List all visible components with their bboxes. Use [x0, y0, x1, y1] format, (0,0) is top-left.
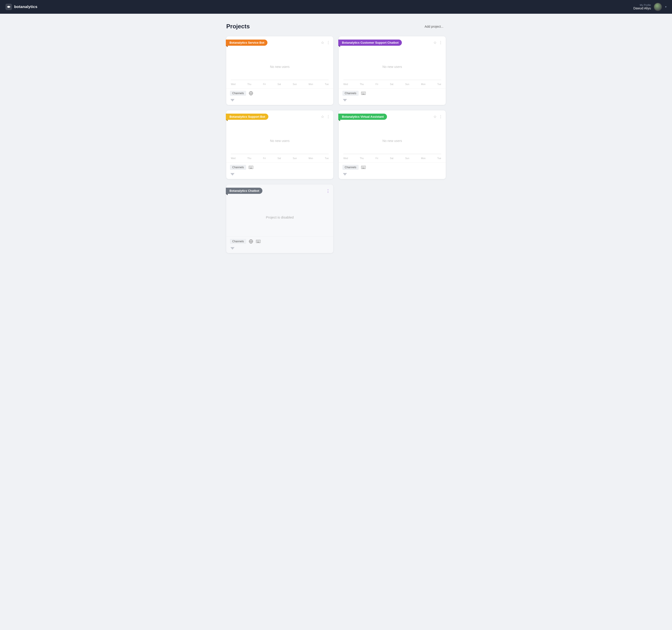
card-chart: No new users Wed Thu Fri Sat Sun Mon Tue: [339, 123, 446, 160]
chart-labels: Wed Thu Fri Sat Sun Mon Tue: [231, 157, 329, 160]
svg-rect-43: [257, 241, 257, 242]
project-tag: Botanalytics Support Bot: [226, 114, 268, 120]
svg-rect-27: [362, 166, 363, 167]
card-actions: ☆ ⋮: [321, 41, 330, 45]
svg-rect-10: [362, 93, 362, 94]
footer-arrow: [231, 173, 235, 175]
svg-point-1: [8, 6, 9, 8]
star-icon[interactable]: ☆: [433, 41, 437, 45]
card-footer: Channels: [339, 88, 446, 99]
project-tag: Botanalytics Virtual Assistant: [338, 114, 387, 120]
keyboard-icon[interactable]: [361, 165, 366, 170]
menu-icon[interactable]: ⋮: [439, 41, 442, 45]
card-header: Botanalytics Virtual Assistant ☆ ⋮: [339, 111, 446, 123]
chart-line: [231, 80, 329, 80]
svg-rect-6: [362, 92, 362, 93]
menu-icon[interactable]: ⋮: [327, 115, 330, 119]
channels-button[interactable]: Channels: [230, 239, 246, 244]
svg-rect-17: [250, 166, 250, 167]
globe-icon[interactable]: [248, 91, 254, 96]
svg-rect-29: [364, 166, 365, 167]
card-footer: Channels: [226, 236, 333, 247]
avatar-image: [654, 3, 662, 10]
page-header: Projects Add project...: [226, 23, 446, 30]
main-content: Projects Add project... Botanalytics Ser…: [199, 14, 473, 262]
profile-menu[interactable]: My Profile Dawud Aliyu ▾: [633, 3, 667, 11]
channels-button[interactable]: Channels: [342, 165, 359, 170]
chart-label-fri: Fri: [263, 83, 266, 86]
project-card-service-bot: Botanalytics Service Bot ☆ ⋮ No new user…: [226, 37, 333, 105]
chart-label-tue: Tue: [325, 83, 329, 86]
keyboard-icon[interactable]: [248, 165, 254, 170]
add-project-button[interactable]: Add project...: [423, 23, 446, 30]
project-card-chatbot: Botanalytics Chatbot ⋮ Project is disabl…: [226, 185, 333, 253]
menu-icon[interactable]: ⋮: [327, 41, 330, 45]
svg-rect-31: [362, 167, 363, 168]
svg-rect-16: [249, 166, 250, 167]
keyboard-icon[interactable]: [361, 91, 366, 96]
star-icon[interactable]: ☆: [321, 41, 324, 45]
no-users-text: No new users: [382, 139, 402, 143]
svg-rect-40: [257, 241, 258, 241]
card-chart: No new users Wed Thu Fri Sat Sun Mon Tue: [339, 49, 446, 86]
card-header: Botanalytics Support Bot ☆ ⋮: [226, 111, 333, 123]
logo-icon: [5, 4, 12, 10]
svg-rect-33: [364, 167, 365, 168]
project-card-customer-support: Botanalytics Customer Support Chatbot ☆ …: [339, 37, 446, 105]
chart-labels: Wed Thu Fri Sat Sun Mon Tue: [343, 83, 441, 86]
chart-label-wed: Wed: [231, 83, 235, 86]
svg-rect-18: [251, 166, 251, 167]
channels-button[interactable]: Channels: [230, 91, 246, 96]
profile-info: My Profile Dawud Aliyu: [633, 4, 651, 10]
no-users-text: No new users: [382, 65, 402, 69]
svg-rect-19: [251, 166, 252, 167]
svg-rect-30: [362, 167, 362, 168]
channels-button[interactable]: Channels: [230, 165, 246, 170]
project-card-support-bot: Botanalytics Support Bot ☆ ⋮ No new user…: [226, 111, 333, 179]
svg-rect-7: [362, 92, 363, 93]
project-tag: Botanalytics Chatbot: [226, 188, 262, 194]
svg-rect-24: [249, 168, 252, 168]
svg-rect-22: [251, 167, 251, 168]
chart-labels: Wed Thu Fri Sat Sun Mon Tue: [343, 157, 441, 160]
no-users-text: No new users: [270, 65, 290, 69]
chart-label-mon: Mon: [309, 83, 313, 86]
star-icon[interactable]: ☆: [321, 115, 324, 119]
card-footer: Channels: [226, 162, 333, 173]
star-icon[interactable]: ☆: [433, 115, 437, 119]
card-footer: Channels: [339, 162, 446, 173]
chart-label-thu: Thu: [247, 83, 251, 86]
card-header: Botanalytics Chatbot ⋮: [226, 185, 333, 197]
footer-arrow: [343, 99, 347, 101]
card-footer: Channels: [226, 88, 333, 99]
footer-arrow: [231, 99, 235, 101]
svg-rect-12: [363, 93, 364, 94]
profile-label: My Profile: [633, 4, 651, 6]
menu-icon[interactable]: ⋮: [326, 188, 330, 193]
svg-rect-23: [251, 167, 252, 168]
logo[interactable]: botanalytics: [5, 4, 38, 10]
card-chart: No new users Wed Thu Fri Sat Sun Mon Tue: [226, 123, 333, 160]
svg-rect-41: [258, 241, 259, 241]
disabled-overlay: Project is disabled: [266, 197, 294, 238]
card-header: Botanalytics Service Bot ☆ ⋮: [226, 37, 333, 49]
keyboard2-icon[interactable]: [256, 239, 261, 244]
chart-line: [231, 154, 329, 154]
chart-line: [343, 154, 441, 154]
svg-rect-45: [258, 241, 259, 242]
svg-rect-47: [257, 242, 259, 243]
card-chart: No new users Wed Thu Fri Sat Sun Mon Tue: [226, 49, 333, 86]
menu-icon[interactable]: ⋮: [439, 115, 442, 119]
no-users-text: No new users: [270, 139, 290, 143]
svg-rect-28: [363, 166, 364, 167]
globe-icon[interactable]: [248, 239, 254, 244]
card-actions: ⋮: [326, 188, 330, 193]
channels-button[interactable]: Channels: [342, 91, 359, 96]
avatar[interactable]: [654, 3, 662, 11]
card-actions: ☆ ⋮: [433, 115, 442, 119]
chart-label-sun: Sun: [293, 83, 297, 86]
card-actions: ☆ ⋮: [433, 41, 442, 45]
card-chart: Project is disabled: [226, 197, 333, 234]
svg-rect-20: [249, 167, 250, 168]
project-tag: Botanalytics Service Bot: [226, 40, 267, 46]
